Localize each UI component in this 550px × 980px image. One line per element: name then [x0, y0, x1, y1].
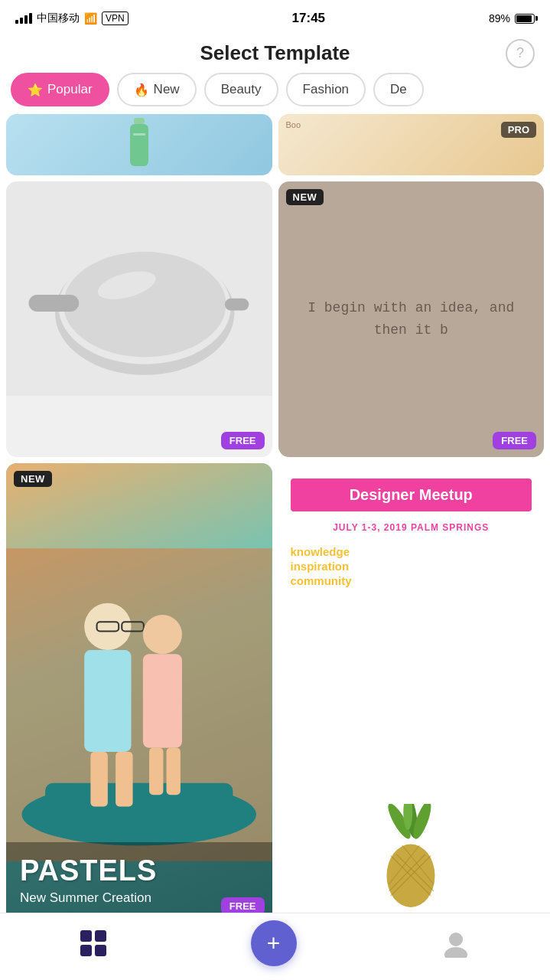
template-card-top-right[interactable]: Boo PRO: [278, 114, 545, 175]
signal-icon: [15, 13, 32, 24]
svg-rect-13: [84, 650, 131, 752]
pastels-title: PASTELS: [20, 854, 259, 887]
new-badge-quote: NEW: [286, 189, 324, 205]
tab-design-label: De: [390, 82, 407, 97]
couple-svg: [6, 470, 272, 861]
template-card-meetup[interactable]: Designer Meetup JULY 1-3, 2019 PALM SPRI…: [278, 463, 545, 923]
meetup-keywords: knowledge inspiration community: [291, 545, 532, 587]
meetup-title: Designer Meetup: [291, 479, 532, 511]
card-preview-top-left: [6, 114, 272, 175]
bottle-icon: [124, 118, 155, 172]
svg-point-5: [63, 252, 226, 358]
meetup-keyword-1: knowledge: [291, 545, 532, 558]
nav-grid-button[interactable]: [65, 924, 122, 962]
battery-percent: 89%: [489, 12, 510, 24]
free-badge-quote: FREE: [493, 432, 536, 449]
new-badge-pastels: NEW: [14, 471, 52, 487]
nav-create-button[interactable]: +: [251, 920, 297, 966]
status-left: 中国移动 📶 VPN: [15, 11, 129, 25]
template-card-top-left[interactable]: [6, 114, 272, 175]
battery-icon: [515, 14, 535, 24]
tab-new-label: New: [154, 82, 180, 97]
status-right: 89%: [489, 12, 535, 24]
pineapple-svg: [376, 804, 445, 907]
svg-rect-19: [143, 654, 182, 748]
svg-rect-1: [130, 124, 148, 166]
fire-icon: 🔥: [134, 83, 149, 97]
svg-rect-14: [90, 752, 107, 807]
svg-point-18: [143, 615, 182, 654]
star-icon: ⭐: [28, 83, 43, 97]
category-tabs: ⭐ Popular 🔥 New Beauty Fashion De: [0, 73, 550, 106]
grid-icon: [80, 930, 106, 956]
tab-popular-label: Popular: [47, 82, 93, 97]
svg-point-34: [444, 947, 467, 958]
meetup-keyword-2: inspiration: [291, 560, 532, 573]
nav-profile-button[interactable]: [426, 923, 486, 964]
svg-rect-11: [45, 783, 233, 822]
svg-rect-21: [167, 748, 181, 795]
template-grid: Boo PRO FREE I begin with an idea,: [0, 114, 550, 980]
time-display: 17:45: [292, 11, 325, 26]
svg-rect-6: [29, 295, 80, 312]
svg-rect-8: [225, 299, 249, 311]
card-preview-pan: [6, 181, 272, 396]
question-icon: ?: [516, 45, 524, 61]
bottom-nav: +: [0, 913, 550, 980]
tab-fashion[interactable]: Fashion: [286, 73, 366, 106]
quote-text: I begin with an idea, and then it b: [294, 297, 529, 341]
free-badge-pan: FREE: [221, 432, 265, 449]
meetup-date: JULY 1-3, 2019 PALM SPRINGS: [291, 522, 532, 533]
help-button[interactable]: ?: [506, 39, 535, 68]
template-card-pan[interactable]: FREE: [6, 181, 272, 457]
tab-beauty-label: Beauty: [221, 82, 262, 97]
svg-rect-0: [134, 118, 145, 124]
tab-popular[interactable]: ⭐ Popular: [11, 73, 109, 106]
profile-icon: [441, 929, 470, 958]
pineapple-area: [291, 595, 532, 907]
top-right-label: Boo: [286, 120, 301, 129]
tab-beauty[interactable]: Beauty: [204, 73, 278, 106]
svg-point-12: [84, 603, 131, 650]
card-preview-meetup: Designer Meetup JULY 1-3, 2019 PALM SPRI…: [278, 463, 545, 923]
meetup-keyword-3: community: [291, 574, 532, 587]
page-title: Select Template: [200, 41, 350, 65]
card-preview-quote: I begin with an idea, and then it b: [278, 181, 545, 457]
plus-icon: +: [267, 930, 281, 956]
carrier-label: 中国移动: [37, 11, 80, 25]
pan-svg: [19, 199, 259, 379]
status-bar: 中国移动 📶 VPN 17:45 89%: [0, 0, 550, 34]
svg-rect-15: [116, 752, 132, 807]
profile-svg: [441, 929, 470, 958]
template-card-pastels[interactable]: PASTELS New Summer Creation NEW FREE: [6, 463, 272, 923]
header: Select Template ?: [0, 34, 550, 73]
tab-new[interactable]: 🔥 New: [117, 73, 197, 106]
tab-fashion-label: Fashion: [303, 82, 349, 97]
tab-design[interactable]: De: [373, 73, 424, 106]
svg-point-33: [449, 933, 463, 946]
pro-badge: PRO: [501, 122, 536, 138]
card-preview-pastels: PASTELS New Summer Creation: [6, 463, 272, 923]
wifi-icon: 📶: [84, 12, 97, 24]
vpn-badge: VPN: [102, 11, 129, 25]
svg-rect-2: [133, 133, 145, 136]
template-card-quote[interactable]: I begin with an idea, and then it b NEW …: [278, 181, 545, 457]
svg-rect-20: [149, 748, 163, 795]
